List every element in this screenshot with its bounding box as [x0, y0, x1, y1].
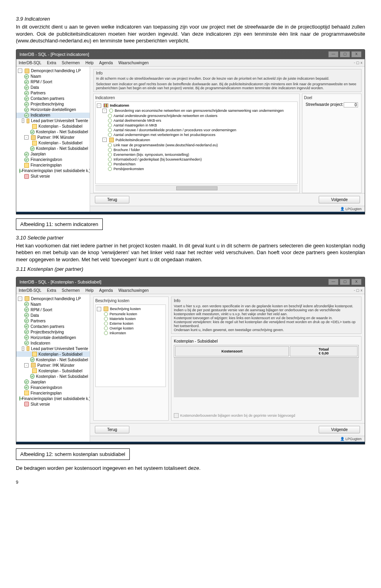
indicator-tree[interactable]: - Indicatoren- Bevordering van economisc…	[95, 102, 298, 184]
status-bar: 👤 LPGugten	[90, 206, 365, 212]
info-panel: Info Voert u hier s.v.p. een verdere spe…	[171, 297, 362, 334]
minimize-button[interactable]: —	[328, 279, 339, 285]
panel-title: Kostenplan - Subsidiabel	[174, 339, 359, 343]
section-3-10-title: 3.10 Selectie partner	[16, 235, 365, 241]
status-bar: 👤 LPGugten	[90, 436, 365, 442]
menu-item[interactable]: InterDB-SQL	[19, 61, 41, 65]
group-title: Doel	[304, 96, 360, 100]
scrollbar[interactable]	[95, 185, 298, 191]
sidebar-item[interactable]: Kostenplan - Subsidiabel	[16, 124, 90, 129]
menu-item[interactable]: Schermen	[62, 61, 80, 65]
window-titlebar: InterDB - SQL - [Kostenplan - Subsidiabe…	[16, 277, 365, 287]
section-3-10-body: Het kan voorkomen dat niet iedere partne…	[16, 242, 365, 263]
info-title: Info	[96, 71, 359, 75]
section-3-9-body: In dit overzicht dient u aan te geven we…	[16, 23, 365, 44]
back-button[interactable]: Terug	[95, 196, 129, 203]
menu-item[interactable]: Extra	[47, 288, 56, 293]
sidebar-item[interactable]: Financieringsplan	[16, 163, 90, 168]
sidebar-item[interactable]: Kostenplan - Subsidiabel	[16, 368, 90, 373]
caption-11: Afbeelding 11: scherm indicatoren	[16, 218, 103, 230]
sidebar-item[interactable]: Partners	[16, 90, 90, 96]
project-tree[interactable]: -Demoproject handleiding LPNaamRPM / Soo…	[16, 294, 90, 442]
beschrijving-group: Beschrijving kosten - Beschrijving koste…	[93, 297, 169, 421]
sidebar-item[interactable]: Contacten partners	[16, 324, 90, 329]
section-3-11-title: 3.11 Kostenplan (per partner)	[16, 266, 365, 272]
mdi-controls[interactable]: - ▢ x	[354, 288, 363, 293]
next-button[interactable]: Volgende	[319, 196, 360, 203]
sidebar-item[interactable]: Kostenplan - Niet Subsidiabel	[16, 373, 90, 379]
sidebar-item[interactable]: Kostenplan - Niet Subsidiabel	[16, 357, 90, 362]
sidebar-item[interactable]: Jaarplan	[16, 379, 90, 385]
mdi-controls[interactable]: - ▢ x	[354, 61, 363, 65]
sidebar-item[interactable]: Naam	[16, 301, 90, 307]
minimize-button[interactable]: —	[328, 51, 339, 57]
menu-item[interactable]: InterDB-SQL	[19, 288, 41, 293]
sidebar-item[interactable]: Indicatoren	[16, 340, 90, 346]
th-totaal: Totaal€ 0,00	[290, 346, 358, 356]
menubar: InterDB-SQL Extra Schermen Help Agenda W…	[16, 287, 365, 294]
info-title: Info	[174, 299, 359, 303]
kostenplan-panel: Kostenplan - Subsidiabel Kostensoort Tot…	[171, 336, 362, 421]
sidebar-item[interactable]: Financieringsplan	[16, 390, 90, 396]
menu-item[interactable]: Help	[85, 288, 94, 293]
table-body-empty	[174, 358, 359, 397]
back-button[interactable]: Terug	[95, 426, 129, 433]
sidebar-item[interactable]: Kostenplan - Niet Subsidiabel	[16, 146, 90, 151]
sidebar-item[interactable]: RPM / Soort	[16, 79, 90, 85]
doel-group: Doel Streefwaarde project: 0	[302, 94, 362, 193]
menu-item[interactable]: Waarschuwingen	[118, 61, 148, 65]
group-title: Indicatoren	[95, 96, 298, 100]
sidebar-item[interactable]: -Lead partner:Universiteit Twente	[16, 346, 90, 351]
kosten-tree[interactable]: - Beschrijving kosten Personele kosten M…	[95, 305, 166, 387]
sidebar-item[interactable]: Financieringsplan (niet subsidiabele k.)	[16, 396, 90, 401]
menu-item[interactable]: Help	[85, 61, 94, 65]
sidebar-item[interactable]: Projectbeschrijving	[16, 102, 90, 107]
section-3-9-title: 3.9 Indicatoren	[16, 16, 365, 22]
sidebar-item[interactable]: Data	[16, 85, 90, 90]
sidebar-item[interactable]: Projectbeschrijving	[16, 329, 90, 335]
kosten-table[interactable]: Kostensoort Totaal€ 0,00	[174, 345, 359, 358]
info-text: Selecteer een indicator en geef rechts b…	[96, 82, 359, 90]
next-button[interactable]: Volgende	[319, 426, 360, 433]
menu-item[interactable]: Agenda	[99, 288, 113, 293]
closing-text: De bedragen worden per kostensoort ingeg…	[16, 465, 365, 472]
sidebar-item[interactable]: Sluit versie	[16, 401, 90, 407]
sidebar-item[interactable]: RPM / Soort	[16, 307, 90, 312]
menu-item[interactable]: Schermen	[62, 288, 80, 293]
close-button[interactable]: X	[351, 51, 362, 57]
sidebar-item[interactable]: Financieringsbron	[16, 157, 90, 163]
th-kostensoort: Kostensoort	[175, 346, 289, 356]
menu-item[interactable]: Waarschuwingen	[118, 288, 148, 293]
sidebar-item[interactable]: Financieringsbron	[16, 385, 90, 390]
indicatoren-group: Indicatoren - Indicatoren- Bevordering v…	[93, 94, 300, 193]
project-tree[interactable]: -Demoproject handleiding LPNaamRPM / Soo…	[16, 67, 90, 212]
sidebar-item[interactable]: Horizontale doelstellingen	[16, 107, 90, 113]
group-title: Beschrijving kosten	[95, 299, 167, 303]
menu-item[interactable]: Agenda	[99, 61, 113, 65]
sidebar-item[interactable]: Contacten partners	[16, 96, 90, 102]
sidebar-item[interactable]: Kostenplan - Subsidiabel	[16, 351, 90, 357]
maximize-button[interactable]: ▢	[340, 51, 350, 57]
maximize-button[interactable]: ▢	[340, 279, 350, 285]
sidebar-item[interactable]: -Partner: IHK Münster	[16, 362, 90, 368]
menu-item[interactable]: Extra	[47, 61, 56, 65]
sidebar-item[interactable]: -Partner: IHK Münster	[16, 135, 90, 140]
screenshot-indicatoren: InterDB - SQL - [Project indicatoren] — …	[16, 49, 365, 215]
menubar: InterDB-SQL Extra Schermen Help Agenda W…	[16, 59, 365, 67]
attachment-checkbox[interactable]	[174, 413, 179, 418]
sidebar-item[interactable]: Sluit versie	[16, 174, 90, 179]
sidebar-item[interactable]: Horizontale doelstellingen	[16, 335, 90, 340]
sidebar-item[interactable]: Naam	[16, 74, 90, 79]
sidebar-item[interactable]: Kostenplan - Subsidiabel	[16, 140, 90, 146]
sidebar-item[interactable]: Financieringsplan (niet subsidiabele k.)	[16, 168, 90, 174]
sidebar-item[interactable]: -Lead partner:Universiteit Twente	[16, 118, 90, 124]
sidebar-item[interactable]: Data	[16, 312, 90, 318]
streefwaarde-label: Streefwaarde project:	[306, 102, 343, 107]
sidebar-item[interactable]: Indicatoren	[16, 113, 90, 118]
streefwaarde-input[interactable]: 0	[344, 102, 358, 107]
sidebar-item[interactable]: Jaarplan	[16, 151, 90, 157]
window-title: InterDB - SQL - [Project indicatoren]	[19, 52, 89, 57]
close-button[interactable]: X	[351, 279, 362, 285]
sidebar-item[interactable]: Kostenplan - Niet Subsidiabel	[16, 129, 90, 135]
sidebar-item[interactable]: Partners	[16, 318, 90, 324]
